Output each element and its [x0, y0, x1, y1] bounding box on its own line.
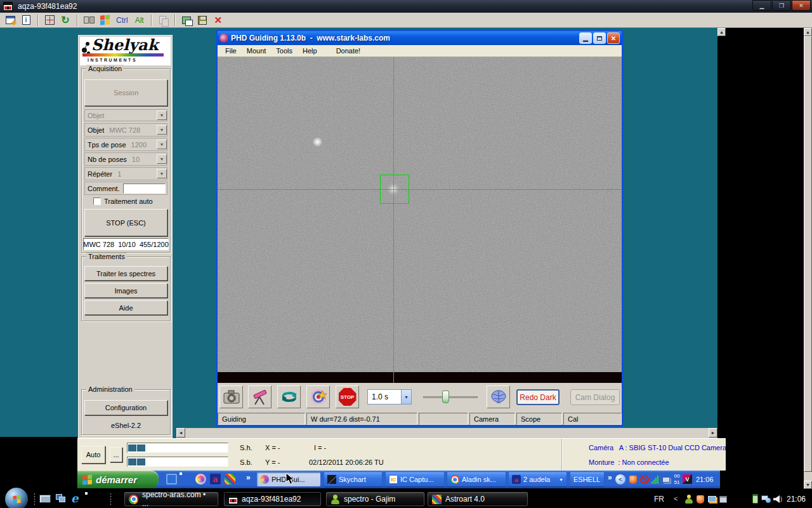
xp-task-ic-capture[interactable]: IC IC Captu... [386, 472, 444, 486]
quicklaunch-astroart-icon[interactable] [225, 474, 235, 485]
gamma-slider[interactable] [423, 391, 478, 403]
audace-horizontal-scrollbar[interactable]: ◄ ► [176, 428, 717, 438]
connection-info-icon[interactable]: i [20, 14, 32, 27]
aide-button[interactable]: Aide [84, 300, 167, 315]
volume-icon[interactable]: ) [773, 494, 783, 504]
traitement-auto-checkbox[interactable] [93, 197, 101, 205]
host-task-astroart[interactable]: Astroart 4.0 [427, 491, 528, 507]
ctrl-key-toggle[interactable]: Ctrl [114, 16, 130, 25]
session-button[interactable]: Session [84, 79, 167, 106]
redo-dark-button[interactable]: Redo Dark [516, 389, 560, 405]
dropdown-arrow-icon[interactable]: ▼ [157, 154, 167, 164]
ie-icon[interactable]: e [71, 491, 78, 505]
cam-dialog-button[interactable]: Cam Dialog [570, 389, 620, 405]
viewer-vertical-scrollbar[interactable]: ▲ ▼ [804, 28, 812, 489]
dropdown-arrow-icon[interactable]: ▼ [157, 140, 167, 149]
window-switcher-icon[interactable] [56, 494, 66, 503]
traitement-auto-checkbox-row[interactable]: Traitement auto [93, 197, 153, 205]
host-tray-gajim-icon[interactable] [684, 494, 694, 504]
audela-group-dropdown-arrow[interactable]: ▼ [559, 478, 563, 482]
vscroll-down-arrow[interactable]: ▼ [804, 481, 812, 489]
disconnect-icon[interactable]: ✕ [212, 14, 225, 27]
power-plug-icon[interactable] [750, 494, 760, 504]
tray-mute-icon[interactable] [639, 474, 650, 485]
xp-task-eshell[interactable]: ESHELL [570, 472, 604, 486]
connection-options-icon[interactable] [4, 14, 16, 27]
dropdown-arrow-icon[interactable]: ▼ [157, 125, 167, 135]
vnc-app-icon [3, 2, 13, 11]
taskbar-overflow-chevron[interactable]: » [608, 473, 612, 482]
xp-task-audela-group[interactable]: a 2 audela ▼ [509, 472, 566, 486]
tray-network-icon[interactable] [661, 474, 671, 485]
host-close-button[interactable]: ✕ [792, 0, 811, 11]
language-indicator[interactable]: FR [654, 495, 664, 504]
exposure-duration-combo[interactable]: 1.0 s ▼ [367, 389, 412, 404]
tray-v-icon[interactable]: V [683, 474, 692, 484]
xp-task-skychart[interactable]: Skychart [324, 472, 382, 486]
stop-esc-button[interactable]: STOP (ESC) [84, 209, 167, 236]
vscroll-thumb[interactable] [804, 36, 812, 472]
refresh-icon[interactable]: ↻ [59, 14, 72, 27]
host-tray-java-icon[interactable] [695, 494, 705, 504]
menu-file[interactable]: File [220, 47, 242, 55]
tray-hide-icons-button[interactable]: < [615, 474, 625, 485]
phd-titlebar[interactable]: PHD Guiding 1.13.0b - www.stark-labs.com… [218, 31, 622, 45]
xp-task-aladin[interactable]: Aladin sk... [447, 472, 506, 486]
menu-help[interactable]: Help [298, 47, 322, 55]
vscroll-up-arrow[interactable]: ▲ [804, 28, 812, 36]
traiter-les-spectres-button[interactable]: Traiter les spectres [84, 266, 167, 281]
phd-close-button[interactable]: ✕ [607, 32, 620, 44]
windows-key-icon[interactable] [98, 14, 111, 27]
slider-thumb[interactable] [442, 391, 449, 403]
send-ctrl-alt-del-icon[interactable] [82, 14, 95, 27]
tray-signal-bars-icon[interactable] [652, 476, 658, 484]
clipboard-copy-icon[interactable] [157, 14, 169, 27]
menu-tools[interactable]: Tools [271, 47, 298, 55]
dropdown-arrow-icon[interactable]: ▼ [157, 169, 167, 178]
save-session-icon[interactable] [196, 14, 209, 27]
exposure-dropdown-arrow[interactable]: ▼ [401, 390, 411, 404]
host-task-chrome-spectro[interactable]: spectro-aras.com • ... [124, 491, 219, 507]
camera-connect-button[interactable] [219, 385, 243, 408]
host-tray-window-icon[interactable] [718, 494, 728, 504]
host-task-gajim[interactable]: spectro - Gajim [325, 491, 425, 507]
tray-java-icon[interactable] [628, 474, 638, 485]
xp-start-button[interactable]: démarrer [77, 471, 159, 488]
more-options-button[interactable]: ... [110, 447, 122, 462]
host-task-vnc[interactable]: aqza-93f481ea92 [223, 491, 322, 507]
dropdown-arrow-icon[interactable]: ▼ [157, 110, 167, 120]
telescope-connect-button[interactable] [248, 385, 272, 408]
host-restore-button[interactable]: ❐ [772, 0, 791, 11]
guide-image-area[interactable] [218, 57, 622, 383]
network-status-icon[interactable] [761, 494, 771, 504]
quicklaunch-overflow-chevron[interactable]: » [246, 473, 251, 482]
host-tray-chevron[interactable]: < [674, 495, 678, 502]
file-transfer-icon[interactable] [180, 14, 193, 27]
phd-maximize-button[interactable] [593, 32, 606, 44]
quicklaunch-ie-icon[interactable] [166, 474, 177, 485]
images-button[interactable]: Images [84, 283, 167, 298]
hscroll-right-arrow[interactable]: ► [709, 428, 717, 438]
host-tray-remote-icon[interactable] [707, 494, 717, 504]
auto-button[interactable]: Auto [81, 446, 105, 464]
alt-key-toggle[interactable]: Alt [133, 16, 146, 25]
stop-button[interactable]: STOP [336, 385, 359, 408]
configuration-button[interactable]: Configuration [84, 400, 167, 415]
loop-exposure-button[interactable] [277, 385, 301, 408]
tray-meter-icon[interactable]: 00 51 [672, 473, 681, 486]
phd-guide-button[interactable] [306, 385, 330, 408]
comment-input[interactable] [123, 184, 166, 194]
show-desktop-icon[interactable] [39, 495, 51, 503]
audace-vscroll-up-arrow[interactable]: ▲ [717, 28, 726, 36]
quicklaunch-phd-icon[interactable] [195, 474, 206, 485]
fullscreen-icon[interactable] [43, 14, 56, 27]
brain-settings-button[interactable] [487, 385, 510, 408]
objet-combo-disabled[interactable]: Objet ▼ [84, 109, 167, 121]
menu-donate[interactable]: Donate! [331, 47, 366, 55]
quicklaunch-audela-icon[interactable]: a [210, 474, 221, 485]
host-minimize-button[interactable]: ▁ [752, 0, 771, 11]
hscroll-left-arrow[interactable]: ◄ [176, 428, 185, 438]
phd-minimize-button[interactable]: ▬ [579, 32, 592, 44]
host-start-orb[interactable] [5, 488, 28, 508]
menu-mount[interactable]: Mount [242, 47, 272, 55]
